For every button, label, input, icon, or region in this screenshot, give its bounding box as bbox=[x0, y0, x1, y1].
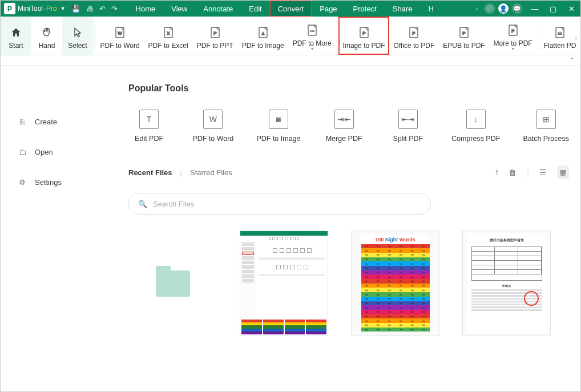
recent-file-1[interactable] bbox=[240, 231, 328, 336]
ribbon-label: Select bbox=[68, 42, 87, 50]
ribbon-label: PDF to Word bbox=[100, 42, 139, 50]
svg-text:▭: ▭ bbox=[558, 31, 562, 36]
menu-tab-share[interactable]: Share bbox=[385, 1, 421, 17]
img-icon: ▲ bbox=[256, 25, 270, 41]
grid-view-icon[interactable]: ▦ bbox=[557, 165, 569, 179]
ribbon-flatten-pd[interactable]: ▭Flatten PD bbox=[539, 17, 580, 55]
flatten-icon: ▭ bbox=[553, 25, 567, 41]
office-icon: P bbox=[407, 25, 421, 41]
popular-pdf-to-word[interactable]: WPDF to Word bbox=[192, 110, 233, 143]
ribbon-more-to-pdf[interactable]: PMore to PDF▾ bbox=[489, 17, 536, 55]
svg-text:⋯: ⋯ bbox=[310, 29, 314, 34]
ribbon-hand[interactable]: Hand bbox=[31, 17, 62, 55]
ribbon-label: PDF to Excel bbox=[148, 42, 188, 50]
tool-icon: W bbox=[203, 110, 223, 129]
tool-label: Compress PDF bbox=[451, 135, 500, 143]
save-icon[interactable]: 💾 bbox=[71, 5, 80, 13]
ribbon-pdf-to-more[interactable]: ⋯PDF to More▾ bbox=[288, 17, 336, 55]
popular-pdf-to-image[interactable]: ◙PDF to Image bbox=[256, 110, 300, 143]
popular-batch-process[interactable]: ⊞Batch Process bbox=[523, 110, 569, 143]
ribbon-start[interactable]: Start bbox=[1, 17, 31, 55]
settings-icon: ⚙ bbox=[18, 178, 27, 187]
title-bar: P MiniTool-Pro ▼ 💾 🖶 ↶ ↷ HomeViewAnnotat… bbox=[1, 1, 580, 17]
ribbon-label: Hand bbox=[39, 42, 55, 50]
link-icon[interactable]: ⟟ bbox=[495, 168, 498, 177]
tool-label: Merge PDF bbox=[326, 135, 362, 143]
svg-text:P: P bbox=[362, 31, 365, 36]
tab-recent-files[interactable]: Recent Files bbox=[128, 168, 172, 177]
ribbon-pdf-to-word[interactable]: WPDF to Word bbox=[96, 17, 144, 55]
sidebar-item-open[interactable]: 🗀Open bbox=[1, 142, 115, 162]
tabs-scroll-icon[interactable]: › bbox=[476, 6, 478, 12]
ribbon-label: Office to PDF bbox=[394, 42, 435, 50]
ribbon-epub-to-pdf[interactable]: PEPUB to PDF bbox=[439, 17, 489, 55]
home-icon bbox=[10, 25, 22, 41]
popular-tools-row: TEdit PDFWPDF to Word◙PDF to Image⇥⇤Merg… bbox=[128, 110, 569, 143]
tab-starred-files[interactable]: Starred Files bbox=[190, 168, 232, 177]
cursor-icon bbox=[72, 25, 83, 41]
ribbon-image-to-pdf[interactable]: PImage to PDF bbox=[338, 17, 389, 55]
tool-label: Batch Process bbox=[523, 135, 569, 143]
tool-icon: ◙ bbox=[269, 110, 288, 129]
popular-merge-pdf[interactable]: ⇥⇤Merge PDF bbox=[324, 110, 365, 143]
collapse-ribbon-icon[interactable]: ⌃ bbox=[570, 56, 575, 64]
popular-tools-heading: Popular Tools bbox=[128, 83, 569, 94]
ribbon-label: PDF to PPT bbox=[197, 42, 233, 50]
undo-icon[interactable]: ↶ bbox=[99, 5, 106, 13]
popular-edit-pdf[interactable]: TEdit PDF bbox=[128, 110, 170, 143]
ribbon-pdf-to-excel[interactable]: XPDF to Excel bbox=[144, 17, 192, 55]
ribbon-select[interactable]: Select bbox=[62, 17, 93, 55]
open-icon: 🗀 bbox=[18, 148, 27, 156]
menu-tab-convert[interactable]: Convert bbox=[270, 1, 312, 17]
window-controls: — ▢ ✕ bbox=[526, 1, 580, 17]
list-view-icon[interactable]: ☰ bbox=[539, 168, 547, 177]
delete-icon[interactable]: 🗑 bbox=[509, 168, 517, 177]
ribbon-label: Start bbox=[9, 42, 23, 50]
main-panel: Popular Tools TEdit PDFWPDF to Word◙PDF … bbox=[115, 66, 580, 391]
recent-file-3[interactable]: 委托书业务类型申请表 申请书 bbox=[462, 231, 551, 336]
cart-icon[interactable]: 🛒 bbox=[485, 3, 495, 14]
dropdown-icon: ▾ bbox=[311, 46, 313, 51]
search-icon: 🔍 bbox=[138, 200, 147, 208]
sidebar-item-create[interactable]: ⎘Create bbox=[1, 112, 115, 132]
menu-tab-edit[interactable]: Edit bbox=[241, 1, 269, 17]
ribbon-label: EPUB to PDF bbox=[443, 42, 485, 50]
menu-tab-page[interactable]: Page bbox=[312, 1, 345, 17]
redo-icon[interactable]: ↷ bbox=[111, 5, 118, 13]
morepdf-icon: P bbox=[506, 22, 520, 38]
create-icon: ⎘ bbox=[18, 118, 27, 126]
tool-icon: ⇥⇤ bbox=[334, 110, 354, 129]
open-folder-tile[interactable] bbox=[128, 231, 217, 336]
menu-tab-home[interactable]: Home bbox=[128, 1, 164, 17]
recent-file-2[interactable]: 100 Sight Words thethethethethethethethe… bbox=[351, 231, 439, 336]
recent-toolbar: ⟟ 🗑 | ☰ ▦ bbox=[495, 165, 569, 179]
menu-tab-h[interactable]: H bbox=[421, 1, 442, 17]
popular-compress-pdf[interactable]: ↓Compress PDF bbox=[451, 110, 500, 143]
quick-access-toolbar: 💾 🖶 ↶ ↷ bbox=[71, 5, 118, 13]
ribbon-label: Flatten PD bbox=[544, 42, 576, 50]
search-files-input[interactable]: 🔍 Search Files bbox=[128, 193, 431, 215]
ribbon-pdf-to-ppt[interactable]: PPDF to PPT bbox=[192, 17, 237, 55]
chat-icon[interactable]: 💬 bbox=[512, 3, 522, 14]
recent-files-thumbnails: 100 Sight Words thethethethethethethethe… bbox=[128, 231, 569, 336]
title-dropdown-icon[interactable]: ▼ bbox=[60, 6, 66, 11]
title-right-buttons: 🛒 👤 💬 bbox=[485, 3, 522, 14]
menu-tab-view[interactable]: View bbox=[163, 1, 195, 17]
popular-split-pdf[interactable]: ⇤⇥Split PDF bbox=[388, 110, 429, 143]
epub-icon: P bbox=[457, 25, 471, 41]
menu-tab-protect[interactable]: Protect bbox=[345, 1, 385, 17]
menu-tab-annotate[interactable]: Annotate bbox=[195, 1, 241, 17]
maximize-button[interactable]: ▢ bbox=[544, 1, 562, 17]
ribbon-office-to-pdf[interactable]: POffice to PDF bbox=[389, 17, 439, 55]
more-icon: ⋯ bbox=[305, 22, 319, 38]
minimize-button[interactable]: — bbox=[526, 1, 544, 17]
user-icon[interactable]: 👤 bbox=[498, 3, 509, 14]
sidebar-item-settings[interactable]: ⚙Settings bbox=[1, 172, 115, 192]
print-icon[interactable]: 🖶 bbox=[86, 5, 94, 13]
menu-tabs: HomeViewAnnotateEditConvertPageProtectSh… bbox=[128, 1, 476, 17]
tool-icon: T bbox=[139, 110, 159, 129]
app-title: MiniTool-Pro bbox=[18, 5, 57, 13]
close-button[interactable]: ✕ bbox=[562, 1, 580, 17]
ribbon-scroll-icon[interactable]: › bbox=[575, 34, 577, 41]
ribbon-pdf-to-image[interactable]: ▲PDF to Image bbox=[237, 17, 288, 55]
